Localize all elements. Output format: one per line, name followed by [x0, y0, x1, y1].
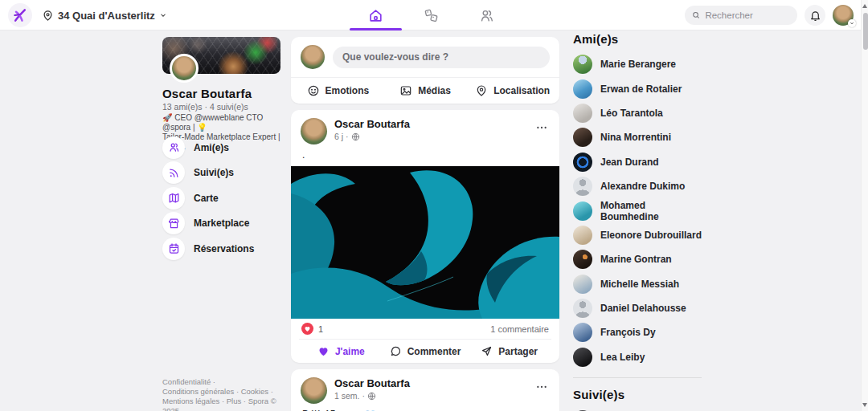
friend-row[interactable]: Erwan de Rotalier — [573, 76, 702, 100]
post-timestamp: 1 sem. · — [334, 391, 365, 401]
friend-avatar — [573, 55, 592, 74]
tab-home[interactable] — [348, 0, 403, 31]
friend-avatar — [573, 323, 592, 342]
notifications-button[interactable] — [805, 5, 825, 26]
comment-count[interactable]: 1 commentaire — [490, 324, 549, 334]
sidebar-item-reservations[interactable]: Réservations — [162, 236, 280, 262]
tab-deals[interactable] — [403, 0, 459, 31]
sidebar-item-following[interactable]: Suivi(e)s — [162, 161, 280, 186]
post-2: Oscar Boutarfa 1 sem. · Déjà 15 users 👥 — [291, 369, 559, 411]
friend-avatar — [573, 250, 592, 269]
friend-name: Daniel Delahousse — [600, 303, 686, 314]
friend-row[interactable]: Alexandre Dukimo — [573, 174, 702, 198]
profile-name[interactable]: Oscar Boutarfa — [162, 87, 252, 100]
main-tabs — [348, 0, 514, 31]
topbar: 34 Quai d'Austerlitz — [0, 0, 868, 31]
scrollbar-down-arrow-icon[interactable] — [862, 403, 867, 407]
following-row[interactable] — [573, 408, 702, 411]
emotions-button[interactable]: Emotions — [294, 84, 382, 97]
localisation-button[interactable]: Localisation — [469, 84, 556, 97]
friend-name: Jean Durand — [600, 157, 659, 168]
sidebar-item-friends[interactable]: Ami(e)s — [162, 135, 280, 161]
post-composer: Emotions Médias Localisation — [291, 37, 559, 104]
post-author-block: Oscar Boutarfa 1 sem. · — [334, 377, 410, 401]
friend-name: Marie Berangere — [600, 59, 676, 70]
following-icon — [162, 161, 185, 184]
sidebar-item-map[interactable]: Carte — [162, 185, 280, 211]
profile-avatar[interactable] — [170, 54, 199, 83]
medias-button[interactable]: Médias — [382, 84, 469, 97]
friend-row[interactable]: François Dy — [573, 320, 702, 344]
search-icon — [692, 10, 700, 20]
legal-footer: Confidentialité · Conditions générales ·… — [162, 377, 280, 411]
post-action-bar: J'aime Commenter Partager — [299, 339, 551, 363]
home-icon — [368, 8, 383, 23]
friend-row[interactable]: Daniel Delahousse — [573, 296, 702, 320]
ellipsis-icon — [535, 380, 548, 393]
reservations-icon — [162, 238, 185, 260]
friend-row[interactable]: Marine Gontran — [573, 247, 702, 271]
footer-line[interactable]: Mentions légales · Plus · Spora © 2025 — [162, 397, 280, 411]
friend-avatar — [573, 79, 592, 99]
post-image[interactable] — [291, 166, 559, 319]
sidebar-item-label: Carte — [194, 193, 219, 204]
post-more-button[interactable] — [534, 379, 550, 395]
friend-row[interactable]: Eleonore Dubrouillard — [573, 223, 702, 247]
tab-friends[interactable] — [459, 0, 514, 31]
scrollbar-up-arrow-icon[interactable] — [862, 4, 867, 8]
profile-menu-button[interactable] — [833, 5, 854, 26]
post-author-name[interactable]: Oscar Boutarfa — [334, 377, 410, 389]
right-sidebar: Ami(e)s Marie Berangere Erwan de Rotalie… — [573, 32, 702, 411]
post-author-name[interactable]: Oscar Boutarfa — [334, 118, 410, 130]
friend-row[interactable]: Lea Leiby — [573, 345, 702, 369]
page-scrollbar[interactable] — [861, 0, 868, 411]
like-button[interactable]: J'aime — [299, 345, 383, 357]
share-button[interactable]: Partager — [467, 345, 551, 357]
like-count-group[interactable]: 1 — [301, 323, 323, 335]
friend-avatar — [573, 201, 592, 221]
friend-row[interactable]: Léo Tarantola — [573, 101, 702, 125]
sidebar-item-label: Ami(e)s — [194, 142, 229, 153]
friend-row[interactable]: Marie Berangere — [573, 52, 702, 76]
composer-input-wrap[interactable] — [333, 47, 550, 68]
composer-input[interactable] — [342, 51, 540, 63]
spora-logo[interactable] — [8, 3, 32, 27]
friends-panel-title: Ami(e)s — [573, 32, 702, 46]
friend-avatar — [573, 177, 592, 196]
footer-line[interactable]: Confidentialité · — [162, 377, 280, 387]
image-icon — [399, 84, 412, 97]
post-meta: 1 sem. · — [334, 391, 410, 401]
footer-line[interactable]: Conditions générales · Cookies · — [162, 387, 280, 397]
tags-icon — [424, 8, 439, 23]
search-input[interactable] — [705, 10, 790, 20]
medias-label: Médias — [418, 85, 451, 96]
avatar-chevron-icon — [848, 19, 856, 27]
sidebar-divider — [573, 377, 702, 378]
friend-row[interactable]: Mohamed Boumhedine — [573, 198, 702, 222]
sidebar-item-label: Réservations — [194, 243, 254, 254]
search-bar[interactable] — [685, 6, 797, 25]
comment-button[interactable]: Commenter — [383, 345, 468, 357]
friend-name: Nina Morrentini — [600, 132, 671, 143]
location-selector[interactable]: 34 Quai d'Austerlitz — [42, 10, 167, 22]
friends-icon — [162, 136, 185, 159]
post-reaction-counts: 1 1 commentaire — [291, 319, 559, 339]
bell-icon — [809, 10, 821, 22]
feed: Emotions Médias Localisation — [291, 37, 559, 411]
scrollbar-thumb[interactable] — [863, 13, 868, 50]
share-icon — [481, 345, 493, 357]
post-author-avatar[interactable] — [301, 118, 327, 144]
friend-row[interactable]: Nina Morrentini — [573, 125, 702, 149]
post-header: Oscar Boutarfa 6 j · — [291, 110, 559, 146]
composer-avatar — [301, 45, 325, 69]
post-author-avatar[interactable] — [301, 377, 327, 404]
post-timestamp: 6 j · — [334, 132, 349, 141]
sidebar-item-label: Marketplace — [194, 218, 249, 229]
left-sidebar: Oscar Boutarfa 13 ami(e)s · 4 suivi(e)s … — [162, 37, 280, 411]
sidebar-item-marketplace[interactable]: Marketplace — [162, 211, 280, 237]
post-more-button[interactable] — [534, 120, 550, 136]
post-text: Déjà 15 users 👥 #GrowWithSpora — [291, 405, 559, 411]
friend-row[interactable]: Michelle Messiah — [573, 272, 702, 296]
friend-avatar — [573, 128, 592, 147]
friend-row[interactable]: Jean Durand — [573, 150, 702, 174]
